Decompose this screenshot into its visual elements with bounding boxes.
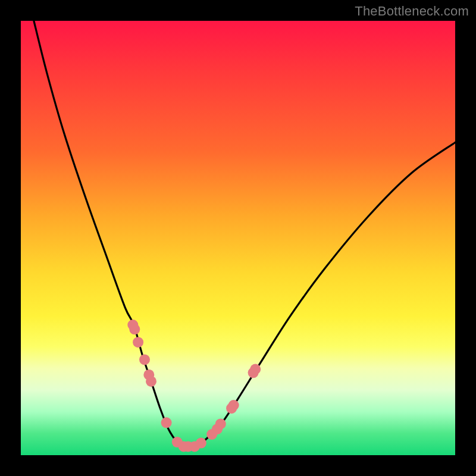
watermark-label: TheBottleneck.com (355, 4, 469, 19)
plot-area (21, 21, 455, 455)
highlight-dot (146, 376, 156, 387)
highlight-dot (139, 354, 150, 365)
highlight-dot (250, 364, 261, 375)
highlight-dot (129, 324, 140, 334)
chart-frame: TheBottleneck.com (0, 0, 476, 476)
chart-svg (21, 21, 455, 455)
highlight-dot (161, 417, 172, 428)
highlight-dot (228, 400, 239, 411)
highlight-dot (196, 438, 206, 449)
highlight-dot (133, 337, 143, 347)
bottleneck-curve (34, 21, 455, 447)
highlight-dots (127, 320, 261, 452)
highlight-dot (215, 418, 226, 429)
